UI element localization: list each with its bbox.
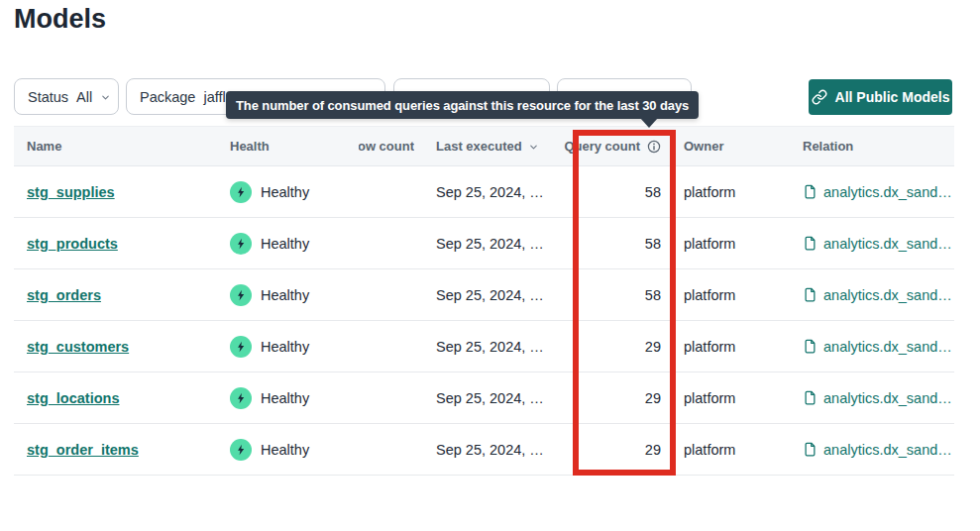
page-title: Models (14, 4, 106, 35)
column-header-last-executed[interactable]: Last executed (414, 139, 561, 154)
package-filter-label: Package (140, 89, 195, 105)
document-icon (803, 236, 817, 251)
model-link[interactable]: stg_supplies (27, 184, 115, 200)
relation-link[interactable]: analytics.dx_sand… (803, 236, 952, 252)
all-public-models-button[interactable]: All Public Models (809, 79, 952, 115)
status-filter-dropdown[interactable]: Status All (14, 78, 119, 115)
table-header-row: Name Health Row count Last executed Quer… (14, 126, 954, 166)
table-row: stg_order_items Healthy Sep 25, 2024, … … (14, 424, 954, 476)
healthy-status-icon (230, 233, 252, 255)
info-icon[interactable] (647, 140, 661, 154)
owner-value: platform (661, 442, 803, 458)
query-count-label: Query count (564, 139, 640, 154)
document-icon (803, 390, 817, 405)
lightning-bolt-icon (234, 443, 248, 457)
table-row: stg_locations Healthy Sep 25, 2024, … 29… (14, 372, 954, 424)
model-link[interactable]: stg_order_items (27, 442, 139, 458)
lightning-bolt-icon (234, 288, 248, 302)
query-count-value: 29 (561, 442, 661, 458)
query-count-value: 58 (561, 184, 661, 200)
status-filter-value: All (76, 89, 92, 105)
relation-link[interactable]: analytics.dx_sand… (803, 184, 952, 200)
table-row: stg_customers Healthy Sep 25, 2024, … 29… (14, 321, 954, 372)
models-table: Name Health Row count Last executed Quer… (14, 126, 954, 476)
relation-label: analytics.dx_sand… (823, 442, 952, 458)
relation-label: analytics.dx_sand… (823, 390, 952, 406)
column-header-name: Name (14, 139, 230, 154)
column-header-health: Health (230, 139, 359, 154)
document-icon (803, 442, 817, 457)
model-link[interactable]: stg_locations (27, 390, 119, 406)
lightning-bolt-icon (234, 340, 248, 354)
link-icon (812, 89, 827, 105)
health-status-label: Healthy (261, 442, 309, 458)
model-link[interactable]: stg_products (27, 236, 118, 252)
query-count-value: 58 (561, 287, 661, 303)
model-link[interactable]: stg_orders (27, 287, 101, 303)
relation-link[interactable]: analytics.dx_sand… (803, 339, 952, 355)
owner-value: platform (661, 339, 803, 355)
lightning-bolt-icon (234, 185, 248, 199)
lightning-bolt-icon (234, 237, 248, 251)
relation-label: analytics.dx_sand… (823, 339, 952, 355)
query-count-tooltip: The number of consumed queries against t… (226, 91, 699, 119)
relation-label: analytics.dx_sand… (823, 287, 952, 303)
last-executed-label: Last executed (436, 139, 522, 154)
relation-label: analytics.dx_sand… (823, 236, 952, 252)
owner-value: platform (661, 236, 803, 252)
status-filter-label: Status (28, 89, 68, 105)
relation-link[interactable]: analytics.dx_sand… (803, 390, 952, 406)
healthy-status-icon (230, 439, 252, 461)
owner-value: platform (661, 184, 803, 200)
lightning-bolt-icon (234, 391, 248, 405)
relation-label: analytics.dx_sand… (823, 184, 952, 200)
owner-value: platform (661, 390, 803, 406)
last-executed-value: Sep 25, 2024, … (414, 184, 561, 200)
last-executed-value: Sep 25, 2024, … (414, 287, 561, 303)
document-icon (803, 184, 817, 199)
healthy-status-icon (230, 336, 252, 358)
query-count-value: 29 (561, 390, 661, 406)
table-row: stg_products Healthy Sep 25, 2024, … 58 … (14, 218, 954, 269)
relation-link[interactable]: analytics.dx_sand… (803, 442, 952, 458)
column-header-relation: Relation (803, 139, 954, 154)
last-executed-value: Sep 25, 2024, … (414, 339, 561, 355)
healthy-status-icon (230, 284, 252, 306)
query-count-value: 58 (561, 236, 661, 252)
document-icon (803, 339, 817, 354)
last-executed-value: Sep 25, 2024, … (414, 390, 561, 406)
health-status-label: Healthy (261, 287, 309, 303)
column-header-query-count: Query count (561, 139, 661, 154)
health-status-label: Healthy (261, 184, 309, 200)
table-row: stg_supplies Healthy Sep 25, 2024, … 58 … (14, 166, 954, 218)
model-link[interactable]: stg_customers (27, 339, 129, 355)
document-icon (803, 287, 817, 302)
relation-link[interactable]: analytics.dx_sand… (803, 287, 952, 303)
health-status-label: Healthy (261, 390, 309, 406)
table-row: stg_orders Healthy Sep 25, 2024, … 58 pl… (14, 269, 954, 321)
chevron-down-icon (528, 142, 539, 153)
chevron-down-icon (100, 92, 111, 103)
all-public-models-label: All Public Models (835, 89, 950, 105)
healthy-status-icon (230, 181, 252, 203)
query-count-value: 29 (561, 339, 661, 355)
column-header-owner: Owner (661, 139, 803, 154)
column-header-row-count: Row count (359, 139, 414, 154)
models-page: Models Status All Package jaffle_ All Pu… (0, 0, 980, 531)
health-status-label: Healthy (261, 339, 309, 355)
healthy-status-icon (230, 387, 252, 409)
health-status-label: Healthy (261, 236, 309, 252)
owner-value: platform (661, 287, 803, 303)
last-executed-value: Sep 25, 2024, … (414, 236, 561, 252)
last-executed-value: Sep 25, 2024, … (414, 442, 561, 458)
